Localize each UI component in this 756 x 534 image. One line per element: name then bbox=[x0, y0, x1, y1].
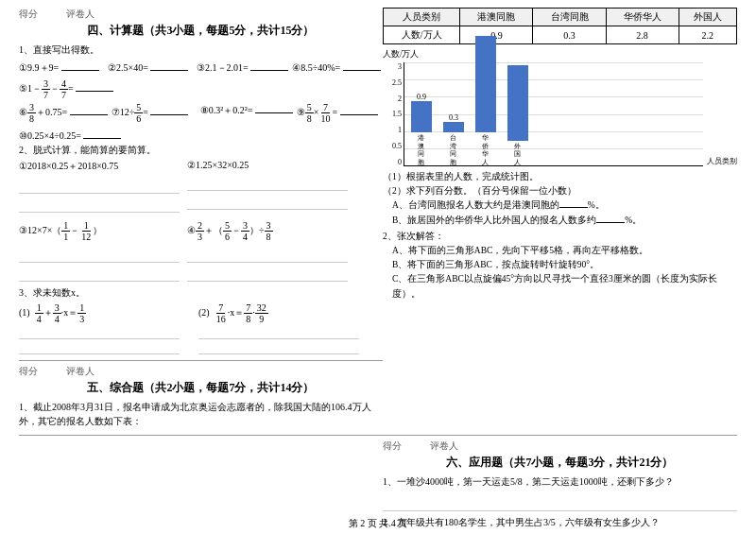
table-cell-2: 2.8 bbox=[606, 26, 679, 44]
score-row-6: 得分 评卷人 bbox=[383, 439, 737, 453]
problems-row1: ①9.9＋9= ②2.5×40= ③2.1－2.01= ④8.5÷40%= ⑤1… bbox=[19, 60, 383, 100]
score-label-6: 得分 bbox=[383, 439, 402, 453]
note-8: C、在三角形ABC以点旋偏45°方向以尺寻找一个直径3厘米的圆（长度为实际长度）… bbox=[383, 272, 737, 301]
sub3-title: 3、求未知数x。 bbox=[19, 285, 383, 300]
right-section: 人员类别 港澳同胞 台湾同胞 华侨华人 外国人 人数/万人 0.9 0.3 2.… bbox=[383, 8, 737, 301]
section6-p2: 2、六年级共有180名学生，其中男生占3/5，六年级有女生多少人？ bbox=[383, 515, 737, 530]
note-2: （2）求下列百分数。（百分号保留一位小数） bbox=[383, 184, 737, 198]
chart-y-title: 人数/万人 bbox=[383, 48, 737, 60]
data-table: 人员类别 港澳同胞 台湾同胞 华侨华人 外国人 人数/万人 0.9 0.3 2.… bbox=[383, 8, 737, 44]
chart-area: 0.9 港澳同胞 0.3 台湾同胞 bbox=[404, 62, 703, 166]
y-1: 1 bbox=[398, 126, 402, 134]
divider-2 bbox=[19, 435, 737, 436]
note-4: B、旅居国外的华侨华人比外国人的报名人数多约%。 bbox=[383, 214, 737, 228]
unknown-2: (2) 716·x＝78·329 bbox=[198, 302, 359, 354]
y-0.5: 0.5 bbox=[392, 142, 402, 150]
reviewer-label-6: 评卷人 bbox=[430, 439, 458, 453]
page-number: 第 2 页 共 4 页 bbox=[349, 517, 408, 530]
note-1: （1）根据表里的人数，完成统计图。 bbox=[383, 170, 737, 184]
p1-3: ③2.1－2.01= bbox=[197, 60, 288, 75]
table-header-2: 台湾同胞 bbox=[533, 9, 606, 26]
bar-group-1: 0.3 台湾同胞 bbox=[443, 113, 464, 166]
bar-label-0: 港澳同胞 bbox=[418, 134, 424, 166]
bar-chart-container: 人数/万人 3 2.5 2 1.5 1 0.5 0 bbox=[383, 48, 737, 166]
bar-2 bbox=[475, 36, 496, 132]
section4-title: 四、计算题（共3小题，每题5分，共计15分） bbox=[19, 23, 383, 39]
p1-4: ④8.5÷40%= bbox=[292, 60, 380, 75]
score-row-4: 得分 评卷人 bbox=[19, 8, 383, 21]
reviewer-label-5: 评卷人 bbox=[66, 365, 94, 378]
note-7: B、将下面的三角形ABC，按点旋转时针旋转90°。 bbox=[383, 258, 737, 272]
notes: （1）根据表里的人数，完成统计图。 （2）求下列百分数。（百分号保留一位小数） … bbox=[383, 170, 737, 301]
bar-value-1: 0.3 bbox=[449, 113, 458, 122]
problems-row2: ⑥38＋0.75= ⑦12÷56= ⑧0.3²＋0.2²= ⑨58×710= ⑩… bbox=[19, 102, 383, 141]
section6-p1: 1、一堆沙4000吨，第一天运走5/8，第二天运走1000吨，还剩下多少？ bbox=[383, 474, 737, 490]
bar-group-2: 华侨华人 bbox=[475, 36, 496, 166]
sub1-title: 1、直接写出得数。 bbox=[19, 43, 383, 57]
top-row: 得分 评卷人 四、计算题（共3小题，每题5分，共计15分） 1、直接写出得数。 … bbox=[19, 8, 737, 431]
bar-label-3: 外国人 bbox=[514, 143, 521, 166]
p2-3: ⑧0.3²＋0.2²= bbox=[200, 102, 293, 124]
score-row-5: 得分 评卷人 bbox=[19, 365, 383, 378]
table-header-3: 华侨华人 bbox=[606, 9, 679, 26]
bar-label-1: 台湾同胞 bbox=[450, 134, 456, 166]
note-3: A、台湾同胞报名人数大约是港澳同胞的%。 bbox=[383, 198, 737, 213]
bar-value-0: 0.9 bbox=[417, 93, 426, 101]
x-axis-label: 人员类别 bbox=[703, 156, 737, 166]
table-cell-0: 0.9 bbox=[460, 26, 533, 44]
section6-p1-blank bbox=[383, 492, 737, 511]
p1-5: ⑤1－37－47= bbox=[19, 78, 113, 100]
bottom-left bbox=[19, 439, 383, 534]
section5-sub1: 1、截止2008年3月31日，报名申请成为北京奥运会志愿者的，除我国大陆的106… bbox=[19, 400, 383, 428]
note-5: 2、张次解答： bbox=[383, 230, 737, 244]
bar-group-3: 外国人 bbox=[507, 65, 528, 166]
reviewer-label-4: 评卷人 bbox=[66, 8, 94, 21]
left-section: 得分 评卷人 四、计算题（共3小题，每题5分，共计15分） 1、直接写出得数。 … bbox=[19, 8, 383, 431]
sub2-title: 2、脱式计算，能简算的要简算。 bbox=[19, 143, 383, 157]
section6-title: 六、应用题（共7小题，每题3分，共计21分） bbox=[383, 455, 737, 471]
unknown-1: (1) 14＋34·x＝13 bbox=[19, 302, 180, 354]
table-header-0: 人员类别 bbox=[383, 9, 459, 26]
score-label-4: 得分 bbox=[19, 8, 38, 21]
bar-0 bbox=[411, 101, 432, 132]
table-cell-label: 人数/万人 bbox=[383, 26, 459, 44]
bar-label-2: 华侨华人 bbox=[482, 134, 489, 166]
p2-1: ⑥38＋0.75= bbox=[19, 102, 108, 124]
bar-group-0: 0.9 港澳同胞 bbox=[411, 93, 432, 166]
calc-problems: ①2018×0.25＋2018×0.75 ②1.25×32×0.25 ③12×7… bbox=[19, 160, 383, 282]
y-2.5: 2.5 bbox=[392, 78, 402, 87]
p2-5: ⑩0.25×4÷0.25= bbox=[19, 128, 121, 141]
calc-4: ④23＋（56－34）÷38 bbox=[187, 220, 348, 282]
unknowns: (1) 14＋34·x＝13 (2) 716·x＝78·329 bbox=[19, 302, 383, 354]
p2-4: ⑨58×710= bbox=[297, 102, 382, 124]
y-axis: 3 2.5 2 1.5 1 0.5 0 bbox=[383, 62, 404, 166]
chart-wrapper: 3 2.5 2 1.5 1 0.5 0 bbox=[383, 62, 737, 166]
note-6: A、将下面的三角形ABC，先向下平移5格，再向左平移格数。 bbox=[383, 244, 737, 258]
table-row: 人数/万人 0.9 0.3 2.8 2.2 bbox=[383, 26, 736, 44]
calc-1: ①2018×0.25＋2018×0.75 bbox=[19, 160, 180, 213]
y-0: 0 bbox=[398, 158, 402, 166]
calc-3: ③12×7×（11－112） bbox=[19, 220, 180, 282]
bar-3 bbox=[507, 65, 528, 141]
section5-title: 五、综合题（共2小题，每题7分，共计14分） bbox=[19, 380, 383, 396]
p1-1: ①9.9＋9= bbox=[19, 60, 104, 75]
p2-2: ⑦12÷56= bbox=[112, 102, 197, 124]
page: 得分 评卷人 四、计算题（共3小题，每题5分，共计15分） 1、直接写出得数。 … bbox=[0, 0, 756, 534]
table-cell-1: 0.3 bbox=[533, 26, 606, 44]
y-1.5: 1.5 bbox=[392, 110, 402, 118]
table-header-4: 外国人 bbox=[679, 9, 736, 26]
calc-2: ②1.25×32×0.25 bbox=[187, 160, 348, 213]
p1-2: ②2.5×40= bbox=[108, 60, 193, 75]
bottom-right: 得分 评卷人 六、应用题（共7小题，每题3分，共计21分） 1、一堆沙4000吨… bbox=[383, 439, 737, 534]
bar-1 bbox=[443, 122, 464, 132]
table-header-1: 港澳同胞 bbox=[460, 9, 533, 26]
y-3: 3 bbox=[398, 62, 402, 71]
score-label-5: 得分 bbox=[19, 365, 38, 378]
divider-1 bbox=[19, 360, 383, 361]
bars-row: 0.9 港澳同胞 0.3 台湾同胞 bbox=[404, 62, 703, 166]
table-cell-3: 2.2 bbox=[679, 26, 736, 44]
y-2: 2 bbox=[398, 95, 402, 103]
